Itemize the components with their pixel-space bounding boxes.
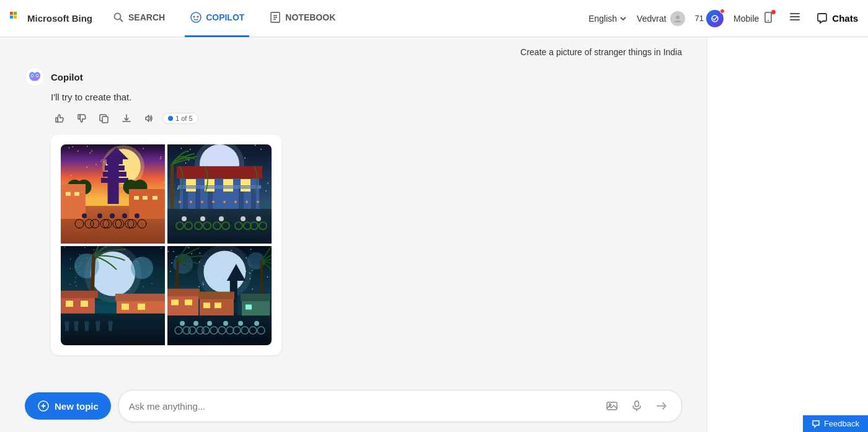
bing-logo[interactable]: Microsoft Bing <box>10 12 92 25</box>
user-message-bubble: Create a picture of stranger things in I… <box>520 47 682 57</box>
svg-point-8 <box>197 16 199 18</box>
feedback-label: Feedback <box>824 419 859 428</box>
bing-logo-icon <box>10 12 24 25</box>
copilot-message-row: Copilot I'll try to create that. <box>0 67 707 365</box>
action-buttons: 1 of 5 <box>25 110 682 127</box>
copy-icon <box>99 113 109 123</box>
mobile-label: Mobile <box>733 14 759 24</box>
mobile-button[interactable]: Mobile <box>733 12 774 25</box>
reward-notification-dot <box>720 9 725 14</box>
user-button[interactable]: Vedvrat <box>637 11 684 26</box>
nav-search[interactable]: SEARCH <box>107 0 170 37</box>
svg-point-13 <box>676 15 680 19</box>
svg-rect-1 <box>14 12 17 15</box>
header: Microsoft Bing SEARCH COPILOT <box>0 0 868 37</box>
nav-search-label: SEARCH <box>128 12 165 22</box>
chat-area: Create a picture of stranger things in I… <box>0 37 707 432</box>
copilot-nav-icon <box>190 11 202 24</box>
mobile-notification-dot <box>771 10 776 14</box>
copilot-header: Copilot <box>25 67 682 87</box>
chat-messages: Create a picture of stranger things in I… <box>0 37 707 382</box>
new-topic-button[interactable]: New topic <box>25 392 111 420</box>
thumbs-up-button[interactable] <box>51 110 68 127</box>
avatar <box>670 11 685 26</box>
image-grid-container[interactable] <box>51 134 281 355</box>
generated-image-4[interactable] <box>167 246 272 345</box>
user-message-row: Create a picture of stranger things in I… <box>0 47 707 67</box>
bing-logo-text: Microsoft Bing <box>27 13 92 24</box>
svg-rect-0 <box>10 12 13 15</box>
svg-point-23 <box>32 75 33 76</box>
svg-rect-25 <box>102 117 108 123</box>
language-label: English <box>588 14 617 24</box>
bottom-bar: New topic <box>0 382 707 432</box>
input-wrapper <box>118 390 682 422</box>
menu-button[interactable] <box>784 8 806 29</box>
header-right: English Vedvrat 71 <box>588 8 858 29</box>
send-button[interactable] <box>652 396 671 416</box>
svg-point-4 <box>115 14 121 20</box>
reward-score: 71 <box>695 14 704 23</box>
right-panel <box>707 37 868 432</box>
svg-rect-2 <box>10 15 13 19</box>
send-icon <box>655 400 668 412</box>
thumbs-up-icon <box>55 113 64 123</box>
image-grid <box>61 144 272 345</box>
pagination-dot <box>168 116 173 121</box>
reward-icon <box>706 10 724 27</box>
user-message-text: Create a picture of stranger things in I… <box>520 47 682 57</box>
svg-rect-27 <box>607 402 617 410</box>
generated-image-1[interactable] <box>61 144 165 244</box>
copilot-name: Copilot <box>51 72 83 82</box>
download-icon <box>122 113 131 123</box>
generated-image-2[interactable] <box>167 144 272 244</box>
nav-notebook-label: NOTEBOOK <box>285 12 335 22</box>
generated-image-3[interactable] <box>61 246 165 345</box>
reward-button[interactable]: 71 <box>695 10 724 27</box>
main-layout: Create a picture of stranger things in I… <box>0 37 868 432</box>
download-button[interactable] <box>118 110 135 127</box>
nav-copilot[interactable]: COPILOT <box>185 0 249 37</box>
microphone-icon <box>631 400 643 412</box>
chevron-down-icon <box>619 15 627 22</box>
chat-input[interactable] <box>129 401 602 412</box>
svg-point-24 <box>37 75 38 76</box>
mobile-icon-wrapper <box>763 12 774 25</box>
feedback-icon <box>812 420 820 428</box>
chats-button[interactable]: Chats <box>816 12 858 25</box>
pagination-badge: 1 of 5 <box>162 113 198 124</box>
nav-copilot-label: COPILOT <box>206 12 244 22</box>
svg-rect-3 <box>14 15 17 19</box>
input-actions <box>602 396 671 416</box>
language-button[interactable]: English <box>588 14 627 24</box>
speaker-button[interactable] <box>140 110 157 127</box>
copilot-avatar-icon <box>25 67 45 87</box>
feedback-button[interactable]: Feedback <box>803 415 868 432</box>
speaker-icon <box>144 113 154 123</box>
chats-label: Chats <box>832 13 858 24</box>
copilot-response-text: I'll try to create that. <box>25 92 682 102</box>
svg-point-6 <box>191 12 201 22</box>
username-label: Vedvrat <box>637 14 666 24</box>
svg-line-5 <box>120 19 123 22</box>
search-icon <box>112 11 125 24</box>
thumbs-down-button[interactable] <box>73 110 91 127</box>
pagination-label: 1 of 5 <box>175 115 193 122</box>
thumbs-down-icon <box>77 113 87 123</box>
header-left: Microsoft Bing SEARCH COPILOT <box>10 0 340 37</box>
microphone-button[interactable] <box>627 396 647 416</box>
new-topic-icon <box>37 400 50 412</box>
hamburger-icon <box>789 11 801 23</box>
copy-button[interactable] <box>95 110 113 127</box>
image-icon <box>606 400 618 412</box>
svg-rect-29 <box>635 401 639 407</box>
notebook-icon <box>269 11 281 24</box>
nav-notebook[interactable]: NOTEBOOK <box>264 0 340 37</box>
svg-point-7 <box>193 16 195 18</box>
chats-icon <box>816 12 828 25</box>
image-input-button[interactable] <box>602 396 622 416</box>
new-topic-label: New topic <box>55 401 99 412</box>
